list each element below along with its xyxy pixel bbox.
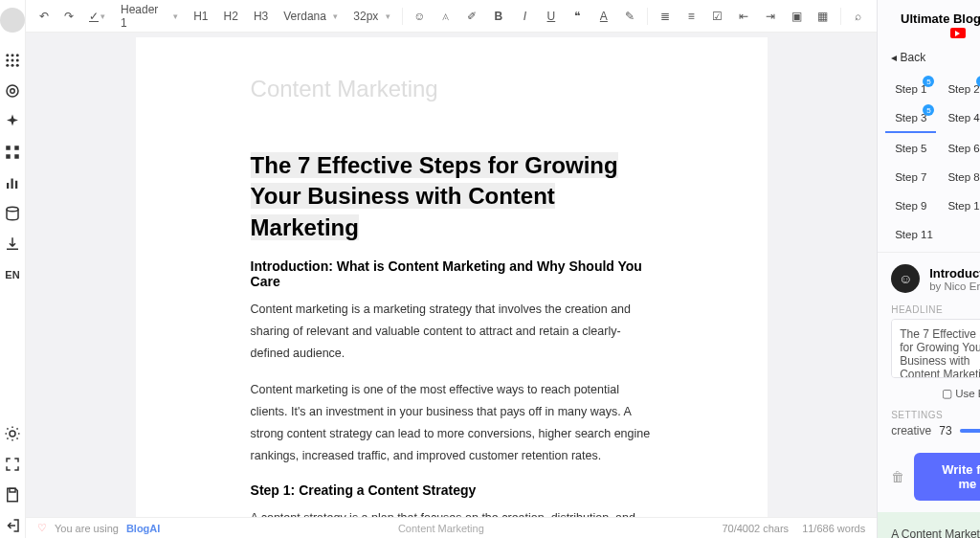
sparkle-icon[interactable] (0, 109, 25, 134)
paragraph[interactable]: Content marketing is a marketing strateg… (251, 299, 653, 365)
ai-panel: Ultimate Blog Post ✕ ◂ Back Step 15Step … (877, 0, 980, 538)
list-ol-btn[interactable]: ≡ (682, 10, 702, 23)
svg-point-9 (7, 85, 18, 97)
h2-button[interactable]: H2 (220, 8, 242, 25)
spellcheck-button[interactable]: ✓▾ (85, 8, 109, 25)
step-tab[interactable]: Step 4 (938, 104, 980, 133)
youtube-icon[interactable] (950, 28, 966, 38)
modules-icon[interactable] (0, 140, 25, 165)
svg-rect-17 (15, 181, 17, 189)
clear-format-btn[interactable]: ✐ (463, 10, 482, 23)
exit-icon[interactable] (0, 513, 25, 538)
bold-button[interactable]: B (489, 10, 508, 23)
underline-button[interactable]: U (542, 10, 561, 23)
doc-title[interactable]: The 7 Effective Steps for Growing Your B… (251, 152, 618, 240)
table-btn[interactable]: ▦ (813, 10, 833, 23)
database-icon[interactable] (0, 201, 25, 226)
headline-input[interactable] (891, 319, 980, 378)
list-ul-btn[interactable]: ≣ (656, 10, 675, 23)
section-title: Introduction (929, 266, 980, 280)
status-bar: ♡ You are using BlogAI Content Marketing… (26, 517, 877, 538)
emoji-btn[interactable]: ☺ (411, 10, 430, 23)
svg-point-10 (11, 89, 15, 94)
style-select[interactable]: Header 1 ▾ (117, 1, 182, 32)
step-tab[interactable]: Step 8 (938, 164, 980, 191)
intro-heading[interactable]: Introduction: What is Content Marketing … (251, 258, 653, 289)
step1-heading[interactable]: Step 1: Creating a Content Strategy (251, 482, 653, 498)
panel-header: Ultimate Blog Post ✕ (878, 0, 980, 43)
heart-icon: ♡ (37, 522, 47, 534)
svg-rect-16 (11, 179, 13, 190)
download-icon[interactable] (0, 232, 25, 257)
step-tab[interactable]: Step 9 (885, 192, 936, 219)
font-select[interactable]: Verdana ▾ (279, 8, 342, 25)
step-badge: 5 (923, 76, 934, 87)
indent-btn[interactable]: ⇥ (761, 10, 780, 23)
format-paint-btn[interactable]: ⟑ (436, 10, 456, 23)
use-example-link[interactable]: ▢ Use Example (891, 381, 980, 410)
svg-point-7 (11, 64, 14, 67)
italic-button[interactable]: I (516, 10, 535, 23)
step-tabs: Step 15Step 25Step 35Step 4Step 5Step 6S… (878, 72, 980, 253)
trash-icon[interactable]: 🗑 (891, 469, 904, 484)
highlight-button[interactable]: ✎ (621, 10, 640, 23)
step-tab[interactable]: Step 6 (938, 135, 980, 162)
write-for-me-button[interactable]: Write for me (914, 453, 980, 501)
generated-output: A Content Marketing Plan is critical to … (878, 512, 980, 538)
user-avatar[interactable] (0, 8, 25, 33)
textcolor-button[interactable]: A (594, 10, 613, 23)
svg-rect-12 (14, 146, 19, 150)
step-tab[interactable]: Step 15 (885, 76, 936, 102)
h1-button[interactable]: H1 (189, 8, 212, 25)
step-tab[interactable]: Step 11 (885, 221, 943, 248)
h3-button[interactable]: H3 (250, 8, 272, 25)
editor-main: ↶ ↷ ✓▾ Header 1 ▾ H1 H2 H3 Verdana ▾ 32p… (26, 0, 877, 538)
save-icon[interactable] (0, 482, 25, 507)
headline-label: HEADLINE (891, 304, 980, 315)
document-scroll[interactable]: Content Marketing The 7 Effective Steps … (26, 33, 877, 538)
apps-icon[interactable] (0, 48, 25, 73)
creative-value: 73 (939, 424, 951, 437)
outdent-btn[interactable]: ⇤ (735, 10, 754, 23)
svg-rect-13 (6, 154, 11, 159)
stats-icon[interactable] (0, 170, 25, 195)
svg-rect-20 (10, 488, 15, 492)
section-author: ☺ Introduction by Nico Engler (891, 264, 980, 293)
step-tab[interactable]: Step 5 (885, 135, 936, 162)
document[interactable]: Content Marketing The 7 Effective Steps … (136, 37, 768, 538)
status-words: 11/686 words (802, 523, 865, 534)
image-btn[interactable]: ▣ (788, 10, 807, 23)
status-brand[interactable]: BlogAI (126, 523, 160, 534)
redo-button[interactable]: ↷ (60, 8, 78, 25)
svg-point-5 (16, 59, 19, 62)
size-select[interactable]: 32px ▾ (349, 8, 393, 25)
svg-point-2 (16, 54, 19, 56)
checklist-btn[interactable]: ☑ (708, 10, 727, 23)
step-tab[interactable]: Step 25 (938, 76, 980, 102)
creative-slider[interactable] (960, 429, 980, 433)
author-avatar: ☺ (891, 264, 920, 293)
toolbar: ↶ ↷ ✓▾ Header 1 ▾ H1 H2 H3 Verdana ▾ 32p… (26, 0, 877, 33)
svg-rect-14 (14, 154, 19, 159)
svg-point-0 (6, 54, 9, 56)
undo-button[interactable]: ↶ (35, 8, 53, 25)
sun-icon[interactable] (0, 421, 25, 446)
gen-paragraph: A Content Marketing Plan is critical to … (891, 526, 980, 538)
language-btn[interactable]: EN (0, 262, 25, 287)
svg-rect-11 (6, 146, 11, 150)
left-rail: EN (0, 0, 26, 538)
back-button[interactable]: ◂ Back (878, 43, 980, 72)
search-btn[interactable]: ⌕ (849, 10, 868, 23)
quote-button[interactable]: ❝ (568, 10, 588, 23)
step-tab[interactable]: Step 10 (938, 192, 980, 219)
panel-body: ☺ Introduction by Nico Engler HEADLINE ▢… (878, 253, 980, 512)
fullscreen-icon[interactable] (0, 452, 25, 477)
step-tab[interactable]: Step 35 (885, 104, 936, 133)
panel-title: Ultimate Blog Post (901, 11, 980, 26)
svg-rect-15 (7, 183, 9, 189)
status-chars: 70/4002 chars (722, 523, 789, 534)
target-icon[interactable] (0, 78, 25, 103)
svg-point-18 (7, 207, 18, 212)
paragraph[interactable]: Content marketing is one of the most eff… (251, 379, 653, 468)
step-tab[interactable]: Step 7 (885, 164, 936, 191)
